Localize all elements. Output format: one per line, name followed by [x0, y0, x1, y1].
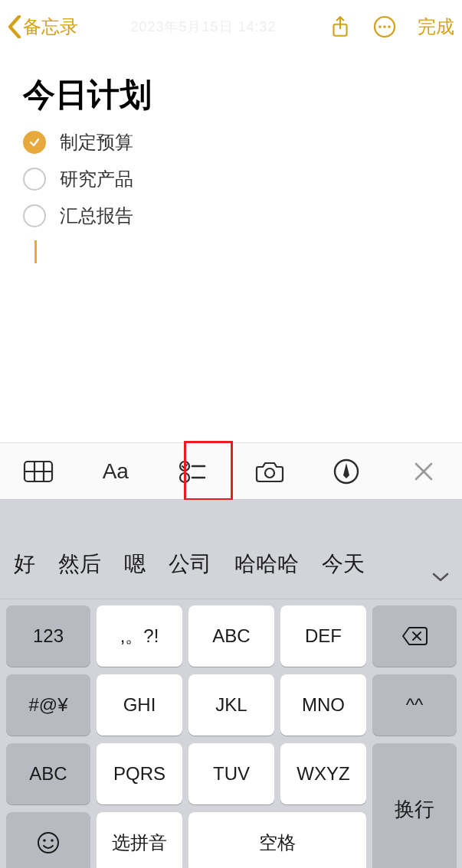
- share-button[interactable]: [329, 15, 352, 38]
- table-icon: [23, 460, 54, 483]
- aa-icon: Aa: [103, 459, 129, 484]
- chevron-left-icon: [8, 15, 21, 38]
- text-cursor: [34, 240, 37, 263]
- svg-point-10: [180, 462, 189, 471]
- checkbox-empty-icon[interactable]: [23, 168, 46, 191]
- key-emoticon[interactable]: ^^: [372, 674, 457, 736]
- chevron-down-icon: [431, 571, 450, 583]
- suggestion[interactable]: 公司: [161, 545, 219, 583]
- svg-point-12: [180, 473, 189, 482]
- back-label: 备忘录: [23, 15, 78, 39]
- checklist-button[interactable]: [154, 443, 231, 499]
- key-symbols[interactable]: #@¥: [6, 674, 90, 736]
- key-abc-uppercase[interactable]: ABC: [6, 743, 90, 804]
- checklist-item[interactable]: 制定预算: [23, 130, 439, 155]
- suggestion[interactable]: 嗯: [116, 545, 153, 583]
- suggestion[interactable]: 今天: [314, 545, 368, 583]
- camera-button[interactable]: [231, 443, 309, 499]
- pen-circle-icon: [333, 458, 359, 485]
- key-abc[interactable]: ABC: [188, 605, 274, 667]
- note-body[interactable]: 今日计划 制定预算 研究产品 汇总报告: [0, 54, 462, 263]
- backspace-icon: [401, 626, 428, 646]
- svg-point-5: [388, 25, 391, 28]
- text-format-button[interactable]: Aa: [77, 443, 155, 499]
- svg-point-4: [383, 25, 386, 28]
- close-icon: [414, 462, 434, 481]
- key-ghi[interactable]: GHI: [97, 674, 182, 736]
- close-toolbar-button[interactable]: [385, 443, 463, 499]
- checklist-item[interactable]: 研究产品: [23, 167, 439, 191]
- key-punct[interactable]: ,。?!: [97, 605, 182, 667]
- keyboard: 好 然后 嗯 公司 哈哈哈 今天 123 ,。?! ABC DEF: [0, 500, 462, 868]
- done-button[interactable]: 完成: [418, 15, 454, 39]
- table-button[interactable]: [0, 443, 77, 499]
- key-123[interactable]: 123: [6, 605, 90, 667]
- camera-icon: [255, 460, 284, 483]
- ellipsis-circle-icon: [373, 15, 396, 38]
- checklist-icon: [179, 459, 206, 484]
- key-tuv[interactable]: TUV: [188, 743, 274, 804]
- key-space[interactable]: 空格: [188, 812, 366, 868]
- suggestion[interactable]: 然后: [51, 545, 109, 583]
- svg-point-14: [265, 468, 274, 478]
- suggestion[interactable]: 好: [6, 545, 43, 583]
- emoji-icon: [36, 830, 61, 855]
- share-icon: [330, 15, 350, 39]
- key-pqrs[interactable]: PQRS: [97, 743, 182, 804]
- svg-point-21: [43, 839, 46, 842]
- markup-button[interactable]: [308, 443, 385, 499]
- checkbox-empty-icon[interactable]: [23, 204, 46, 227]
- more-button[interactable]: [373, 15, 396, 38]
- checkbox-checked-icon[interactable]: [23, 131, 46, 154]
- expand-suggestions-button[interactable]: [425, 571, 456, 583]
- checklist-item-text: 汇总报告: [60, 204, 133, 228]
- suggestion-bar: 好 然后 嗯 公司 哈哈哈 今天: [0, 500, 462, 599]
- key-return[interactable]: 换行: [372, 743, 457, 868]
- key-jkl[interactable]: JKL: [188, 674, 274, 736]
- top-nav: 备忘录 2023年5月15日 14:32 完成: [0, 0, 462, 54]
- key-backspace[interactable]: [372, 605, 457, 667]
- checklist-item[interactable]: 汇总报告: [23, 204, 439, 228]
- note-timestamp: 2023年5月15日 14:32: [78, 18, 329, 36]
- svg-point-22: [51, 839, 54, 842]
- svg-point-20: [38, 833, 58, 853]
- key-wxyz[interactable]: WXYZ: [280, 743, 366, 804]
- key-pinyin[interactable]: 选拼音: [97, 812, 182, 868]
- checklist-item-text: 研究产品: [60, 167, 133, 191]
- key-emoji[interactable]: [6, 812, 90, 868]
- note-title: 今日计划: [23, 73, 439, 116]
- svg-point-3: [378, 25, 382, 28]
- suggestion[interactable]: 哈哈哈: [227, 545, 306, 583]
- checklist-item-text: 制定预算: [60, 130, 133, 155]
- key-mno[interactable]: MNO: [280, 674, 366, 736]
- key-def[interactable]: DEF: [280, 605, 366, 667]
- format-toolbar: Aa: [0, 442, 462, 500]
- back-button[interactable]: 备忘录: [8, 15, 78, 39]
